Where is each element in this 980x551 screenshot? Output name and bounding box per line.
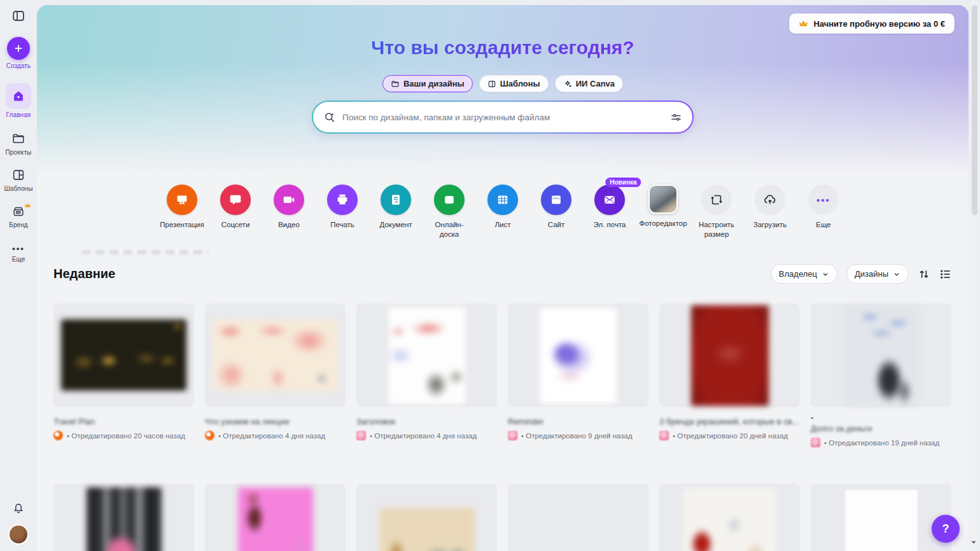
list-view-icon[interactable]: [939, 268, 952, 281]
design-card[interactable]: [659, 484, 800, 551]
design-thumbnail[interactable]: [659, 303, 800, 407]
design-thumbnail[interactable]: [508, 303, 648, 407]
sidebar-item-label: Бренд: [9, 221, 28, 228]
design-thumbnail[interactable]: [356, 303, 497, 407]
design-title: 3 бренда украшений, которые в св...: [659, 417, 800, 426]
quick-create-upload[interactable]: Загрузить: [748, 185, 792, 239]
quick-create-social[interactable]: Соцсети: [214, 185, 257, 239]
edited-timestamp: • Отредактировано 9 дней назад: [521, 432, 633, 440]
edited-timestamp: • Отредактировано 20 часов назад: [67, 432, 185, 440]
quick-create-label: Онлайн-доска: [428, 220, 471, 239]
sidebar-item-brand[interactable]: Бренд: [9, 204, 28, 228]
quick-create-label: Видео: [278, 220, 300, 230]
scrollbar-zone: [969, 0, 980, 551]
social-post-type-icon: [811, 438, 820, 447]
design-card[interactable]: [205, 484, 346, 551]
sidebar-item-more[interactable]: ••• Еще: [12, 244, 25, 263]
sidebar-toggle-icon[interactable]: [11, 9, 26, 24]
sparkle-icon: [563, 80, 572, 88]
design-card[interactable]: - Долго за деньги • Отредактировано 19 д…: [811, 303, 951, 447]
design-thumbnail[interactable]: [53, 484, 194, 551]
quick-create-document[interactable]: Документ: [374, 185, 417, 239]
quick-create-video[interactable]: Видео: [267, 185, 311, 239]
quick-create-print[interactable]: Печать: [321, 185, 364, 239]
help-button[interactable]: ?: [932, 515, 960, 543]
chevron-down-icon: [822, 270, 829, 278]
crown-icon: [799, 20, 808, 27]
design-card[interactable]: Reminder • Отредактировано 9 дней назад: [508, 303, 648, 447]
social-post-type-icon: [356, 431, 366, 440]
scrollbar-thumb[interactable]: [972, 5, 977, 215]
design-card[interactable]: [356, 484, 497, 551]
design-card[interactable]: 3 бренда украшений, которые в св... • От…: [659, 303, 800, 447]
design-thumbnail[interactable]: [205, 484, 346, 551]
owner-filter-dropdown[interactable]: Владелец: [771, 264, 837, 284]
quick-create-label: Сайт: [548, 220, 565, 230]
start-trial-button[interactable]: Начните пробную версию за 0 €: [789, 13, 955, 34]
folder-icon: [391, 80, 400, 88]
sidebar-bottom: [0, 500, 37, 543]
tab-templates[interactable]: Шаблоны: [479, 75, 549, 92]
sort-icon[interactable]: [918, 268, 930, 281]
resize-icon: [701, 185, 732, 215]
chevron-down-icon: [893, 270, 900, 278]
design-card[interactable]: Travel Plan • Отредактировано 20 часов н…: [53, 303, 194, 447]
design-thumbnail[interactable]: [811, 303, 951, 407]
ellipsis-icon: •••: [12, 244, 25, 253]
user-avatar[interactable]: [10, 526, 27, 543]
quick-create-photo-editor[interactable]: Фоторедактор: [641, 185, 685, 239]
design-thumbnail[interactable]: [659, 484, 800, 551]
quick-create-label: Фоторедактор: [639, 219, 687, 228]
scroll-down-chevron-icon[interactable]: [970, 537, 977, 548]
design-meta: • Отредактировано 19 дней назад: [811, 438, 951, 447]
design-thumbnail[interactable]: [811, 484, 951, 551]
tab-label: Ваши дизайны: [403, 79, 465, 88]
design-meta: • Отредактировано 4 дня назад: [356, 431, 497, 440]
quick-create-email[interactable]: Новинка Эл. почта: [588, 185, 631, 239]
quick-create-label: Лист: [495, 220, 511, 230]
design-card[interactable]: [811, 484, 951, 551]
design-card[interactable]: Что узнаем на лекции • Отредактировано 4…: [205, 303, 346, 447]
design-meta: • Отредактировано 4 дня назад: [205, 431, 346, 440]
tab-label: Шаблоны: [500, 79, 540, 88]
search-filters-icon[interactable]: [670, 111, 682, 123]
sidebar-item-templates[interactable]: Шаблоны: [4, 167, 33, 192]
tab-label: ИИ Canva: [576, 79, 615, 88]
design-thumbnail[interactable]: [356, 484, 497, 551]
folder-icon: [11, 131, 26, 146]
tab-your-designs[interactable]: Ваши дизайны: [382, 75, 473, 92]
quick-create-sheet[interactable]: Лист: [481, 185, 524, 239]
sidebar-item-home[interactable]: Главная: [6, 83, 31, 118]
email-icon: [594, 185, 625, 215]
quick-create-whiteboard[interactable]: Онлайн-доска: [428, 185, 471, 239]
design-card[interactable]: Заголовок • Отредактировано 4 дня назад: [356, 303, 497, 447]
quick-create-presentation[interactable]: Презентация: [160, 185, 204, 239]
design-thumbnail[interactable]: [508, 484, 648, 551]
design-meta: • Отредактировано 9 дней назад: [508, 431, 648, 440]
faded-section-remnant: [81, 250, 209, 255]
design-thumbnail[interactable]: [205, 303, 346, 407]
quick-create-more[interactable]: ••• Еще: [802, 185, 845, 239]
photo-editor-thumbnail: [648, 185, 678, 214]
bell-icon[interactable]: [11, 500, 26, 515]
sidebar-item-projects[interactable]: Проекты: [6, 131, 32, 156]
search-input[interactable]: [342, 113, 664, 122]
design-thumbnail[interactable]: [53, 303, 194, 407]
quick-create-label: Печать: [330, 220, 354, 230]
tab-canva-ai[interactable]: ИИ Canva: [555, 75, 623, 92]
design-card[interactable]: [508, 484, 648, 551]
design-title: Reminder: [508, 417, 648, 426]
design-card[interactable]: [53, 484, 194, 551]
quick-create-website[interactable]: Сайт: [535, 185, 578, 239]
sidebar-item-create[interactable]: Создать: [6, 37, 31, 69]
design-type-filter-dropdown[interactable]: Дизайны: [846, 264, 909, 284]
quick-create-resize[interactable]: Настроить размер: [695, 185, 738, 239]
quick-create-label: Документ: [379, 220, 412, 230]
templates-icon: [487, 80, 496, 88]
edited-timestamp: • Отредактировано 20 дней назад: [673, 432, 788, 440]
whiteboard-icon: [434, 185, 465, 215]
sidebar-item-label: Еще: [12, 256, 25, 263]
crown-icon: [24, 199, 31, 211]
upload-icon: [755, 185, 785, 215]
recent-controls: Владелец Дизайны: [771, 264, 952, 284]
